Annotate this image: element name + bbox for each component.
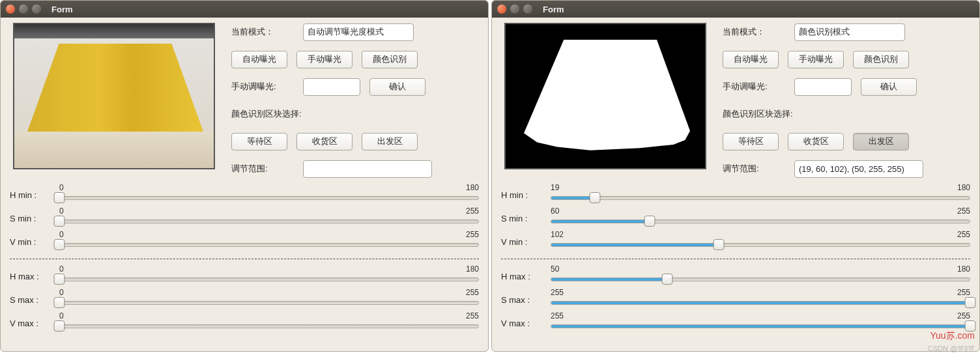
slider-min-value: 255 — [551, 311, 564, 320]
manual-exposure-button[interactable]: 手动曝光 — [788, 51, 844, 68]
slider-label: V min : — [10, 237, 59, 247]
slider-label: H max : — [501, 272, 551, 281]
slider-track-area[interactable]: 60 255 — [551, 206, 970, 230]
slider-max-value: 255 — [466, 206, 479, 216]
slider-track-area[interactable]: 0 255 — [59, 230, 479, 253]
slider-max-1: S max : 255 255 — [501, 288, 970, 311]
slider-min-value: 255 — [551, 288, 564, 297]
confirm-button[interactable]: 确认 — [369, 78, 425, 96]
slider-label: S min : — [501, 214, 551, 223]
slider-label: H max : — [10, 272, 59, 281]
slider-min-value: 0 — [59, 230, 64, 239]
slider-min-value: 19 — [551, 183, 559, 192]
slider-max-value: 255 — [957, 288, 970, 297]
slider-max-0: H max : 0 180 — [10, 264, 479, 288]
mode-value-field[interactable]: 自动调节曝光度模式 — [303, 23, 414, 41]
slider-thumb[interactable] — [54, 216, 65, 227]
slider-max-value: 255 — [466, 288, 479, 297]
mode-value-field[interactable]: 颜色识别模式 — [794, 23, 905, 41]
slider-track-area[interactable]: 0 255 — [59, 311, 479, 335]
slider-label: V max : — [10, 319, 59, 328]
form-window: Form 当前模式： 自动调节曝光度模式 自动曝光 手动曝光 — [0, 0, 489, 352]
slider-min-value: 0 — [59, 183, 64, 192]
manual-exposure-label: 手动调曝光: — [723, 81, 785, 92]
slider-thumb[interactable] — [713, 239, 724, 250]
slider-track-area[interactable]: 50 180 — [551, 264, 970, 288]
slider-max-value: 255 — [466, 230, 479, 239]
close-icon[interactable] — [497, 5, 506, 14]
slider-track — [59, 301, 479, 305]
slider-track-area[interactable]: 0 180 — [59, 264, 479, 288]
slider-max-value: 180 — [466, 183, 479, 192]
receiving-area-button[interactable]: 收货区 — [788, 133, 844, 150]
maximize-icon[interactable] — [32, 5, 41, 14]
range-value-field[interactable] — [303, 160, 432, 178]
receiving-area-button[interactable]: 收货区 — [296, 133, 353, 150]
auto-exposure-button[interactable]: 自动曝光 — [723, 51, 779, 68]
close-icon[interactable] — [6, 5, 15, 14]
minimize-icon[interactable] — [19, 5, 28, 14]
titlebar: Form — [492, 1, 979, 18]
slider-thumb[interactable] — [54, 320, 65, 332]
color-recognition-button[interactable]: 颜色识别 — [853, 51, 909, 68]
slider-track-area[interactable]: 102 255 — [551, 230, 970, 253]
window-title: Form — [543, 5, 564, 14]
slider-track — [59, 277, 479, 281]
manual-exposure-input[interactable] — [794, 78, 852, 96]
slider-max-value: 255 — [957, 311, 970, 320]
slider-track — [59, 220, 479, 223]
slider-max-2: V max : 0 255 — [10, 311, 479, 335]
color-recognition-button[interactable]: 颜色识别 — [362, 51, 418, 68]
slider-thumb[interactable] — [965, 297, 976, 308]
slider-min-value: 102 — [551, 230, 564, 239]
slider-thumb[interactable] — [54, 297, 65, 308]
auto-exposure-button[interactable]: 自动曝光 — [231, 51, 287, 68]
waiting-area-button[interactable]: 等待区 — [723, 133, 779, 150]
slider-min-2: V min : 0 255 — [10, 230, 479, 253]
slider-thumb[interactable] — [54, 192, 65, 203]
confirm-button[interactable]: 确认 — [861, 78, 917, 96]
slider-track-area[interactable]: 19 180 — [551, 183, 970, 206]
slider-min-value: 0 — [59, 288, 64, 297]
slider-thumb[interactable] — [54, 274, 65, 285]
maximize-icon[interactable] — [523, 5, 532, 14]
slider-label: S min : — [10, 214, 59, 223]
slider-label: V max : — [501, 319, 551, 328]
range-value-field[interactable]: (19, 60, 102), (50, 255, 255) — [794, 160, 923, 178]
slider-label: H min : — [501, 190, 551, 200]
preview-image — [13, 23, 215, 169]
preview-image — [504, 23, 706, 169]
departure-area-button[interactable]: 出发区 — [853, 133, 909, 150]
form-window: Form 当前模式： 颜色识别模式 自动曝光 手动曝光 — [491, 0, 980, 352]
slider-thumb[interactable] — [661, 274, 672, 285]
slider-min-1: S min : 0 255 — [10, 206, 479, 230]
slider-track-area[interactable]: 255 255 — [551, 288, 970, 311]
mode-label: 当前模式： — [231, 26, 294, 38]
area-select-label: 颜色识别区块选择: — [723, 108, 793, 120]
slider-max-value: 180 — [466, 264, 479, 274]
slider-track — [551, 196, 970, 200]
departure-area-button[interactable]: 出发区 — [362, 133, 418, 150]
slider-min-value: 0 — [59, 311, 64, 320]
waiting-area-button[interactable]: 等待区 — [231, 133, 287, 150]
slider-thumb[interactable] — [644, 216, 655, 227]
slider-thumb[interactable] — [54, 239, 65, 250]
slider-min-0: H min : 19 180 — [501, 183, 970, 206]
slider-label: V min : — [501, 237, 551, 247]
slider-track-area[interactable]: 255 255 — [551, 311, 970, 335]
manual-exposure-button[interactable]: 手动曝光 — [296, 51, 353, 68]
slider-max-1: S max : 0 255 — [10, 288, 479, 311]
slider-max-value: 255 — [466, 311, 479, 320]
slider-track-area[interactable]: 0 255 — [59, 206, 479, 230]
slider-max-2: V max : 255 255 — [501, 311, 970, 335]
range-label: 调节范围: — [723, 163, 785, 175]
manual-exposure-input[interactable] — [303, 78, 360, 96]
slider-thumb[interactable] — [589, 192, 600, 203]
slider-track — [59, 243, 479, 247]
minimize-icon[interactable] — [510, 5, 519, 14]
slider-track-area[interactable]: 0 255 — [59, 288, 479, 311]
slider-label: S max : — [501, 295, 551, 305]
divider — [10, 259, 479, 259]
slider-thumb[interactable] — [965, 320, 976, 332]
slider-track-area[interactable]: 0 180 — [59, 183, 479, 206]
